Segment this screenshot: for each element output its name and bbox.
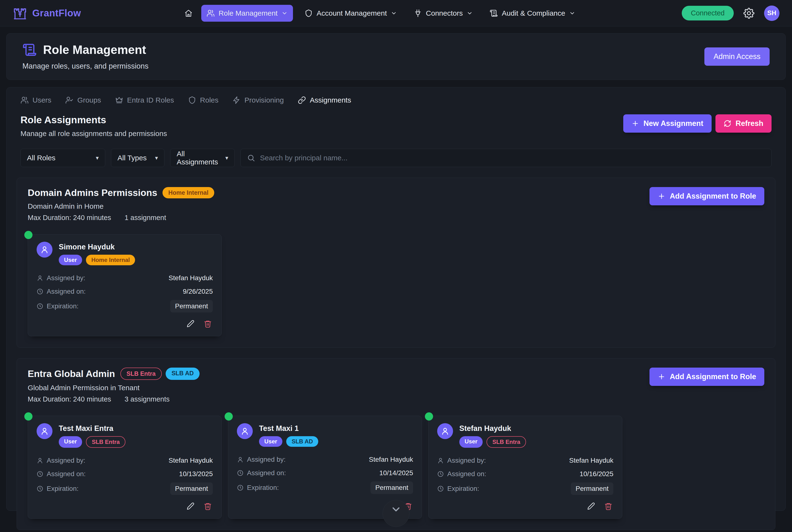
principal-badges: UserSLB AD — [259, 436, 318, 447]
assigned-by-label: Assigned by: — [47, 274, 85, 282]
lightning-icon — [233, 96, 241, 104]
tab-label: Roles — [200, 96, 218, 104]
chevron-down-icon — [466, 10, 473, 16]
assignment-cards: Simone Hayduk UserHome Internal Assigned… — [28, 234, 764, 336]
principal-avatar — [37, 242, 53, 258]
brand[interactable]: GrantFlow — [13, 6, 81, 21]
tab-roles[interactable]: Roles — [188, 96, 218, 104]
nav-label: Connectors — [426, 9, 463, 17]
user-icon — [441, 427, 449, 435]
principal-avatar — [37, 423, 53, 439]
scroll-down-button[interactable] — [383, 500, 409, 527]
nav-connectors[interactable]: Connectors — [408, 5, 478, 22]
nav-home-button[interactable] — [182, 5, 195, 22]
tab-users[interactable]: Users — [20, 96, 51, 104]
add-assignment-to-role-button[interactable]: Add Assignment to Role — [650, 367, 764, 386]
badge-slb-ad: SLB AD — [286, 436, 318, 447]
badge-slb-entra: SLB Entra — [486, 436, 526, 448]
button-label: New Assignment — [643, 119, 703, 128]
caret-down-icon: ▾ — [96, 155, 99, 161]
principal-name: Stefan Hayduk — [459, 423, 526, 433]
role-description: Domain Admin in Home — [28, 202, 214, 210]
add-assignment-to-role-button[interactable]: Add Assignment to Role — [650, 187, 764, 205]
search-input[interactable] — [260, 154, 765, 162]
nav-role-management[interactable]: Role Management — [201, 5, 293, 22]
refresh-button[interactable]: Refresh — [715, 114, 772, 133]
admin-access-badge[interactable]: Admin Access — [704, 48, 770, 66]
expiration-value: Permanent — [170, 482, 213, 495]
assigned-on-row: Assigned on: 9/26/2025 — [37, 286, 213, 297]
user-check-icon — [65, 96, 73, 104]
chevron-down-icon — [569, 10, 575, 16]
plus-icon — [658, 373, 665, 381]
selected-value: All Types — [117, 154, 147, 162]
edit-assignment-button[interactable] — [185, 501, 195, 511]
role-description: Global Admin Permission in Tenant — [28, 384, 199, 392]
role-sections: Domain Admins Permissions Home Internal … — [17, 178, 775, 530]
button-label: Add Assignment to Role — [670, 192, 756, 201]
role-assignment-count: 3 assignments — [125, 395, 170, 403]
clock-icon — [237, 470, 244, 476]
link-icon — [298, 96, 306, 104]
shield-icon — [188, 96, 196, 104]
button-label: Refresh — [736, 119, 764, 128]
tab-provisioning[interactable]: Provisioning — [233, 96, 284, 104]
tab-assignments[interactable]: Assignments — [298, 96, 351, 104]
plus-icon — [632, 120, 639, 127]
badge-slb-entra: SLB Entra — [120, 367, 162, 380]
button-label: Add Assignment to Role — [670, 373, 756, 381]
nav-audit-compliance[interactable]: Audit & Compliance — [484, 5, 580, 22]
tab-groups[interactable]: Groups — [65, 96, 101, 104]
role-max-duration: Max Duration: 240 minutes — [28, 395, 111, 403]
principal-name: Simone Hayduk — [59, 242, 135, 251]
user-icon — [237, 456, 244, 463]
assigned-by-row: Assigned by: Stefan Hayduk — [237, 455, 413, 464]
search-icon — [247, 154, 255, 162]
edit-assignment-button[interactable] — [185, 319, 195, 329]
active-status-dot — [24, 231, 33, 239]
assignment-card: Simone Hayduk UserHome Internal Assigned… — [28, 234, 222, 336]
user-avatar[interactable]: SH — [764, 5, 779, 21]
user-icon — [40, 427, 49, 435]
assigned-on-label: Assigned on: — [47, 470, 86, 478]
role-title: Entra Global Admin — [28, 368, 115, 379]
delete-assignment-button[interactable] — [203, 319, 213, 329]
selected-value: All Assignments — [177, 150, 225, 166]
user-icon — [40, 245, 49, 254]
tab-entra-id-roles[interactable]: Entra ID Roles — [115, 96, 174, 104]
assigned-by-label: Assigned by: — [47, 457, 85, 464]
delete-assignment-button[interactable] — [203, 501, 213, 511]
expiration-row: Expiration: Permanent — [37, 482, 213, 495]
tab-bar: Users Groups Entra ID Roles — [17, 95, 775, 104]
types-filter-select[interactable]: All Types ▾ — [111, 149, 165, 167]
edit-assignment-button[interactable] — [586, 501, 596, 511]
assigned-on-value: 10/14/2025 — [380, 469, 413, 477]
badge-user: User — [259, 436, 283, 447]
expiration-value: Permanent — [170, 300, 213, 312]
nav-account-management[interactable]: Account Management — [299, 5, 402, 22]
principal-avatar — [437, 423, 453, 439]
clock-icon — [37, 288, 43, 295]
delete-assignment-button[interactable] — [603, 501, 613, 511]
users-icon — [20, 96, 28, 104]
assigned-by-row: Assigned by: Stefan Hayduk — [437, 455, 613, 466]
assigned-on-label: Assigned on: — [447, 470, 486, 478]
assignments-filter-select[interactable]: All Assignments ▾ — [170, 149, 235, 167]
badge-user: User — [59, 255, 82, 265]
active-status-dot — [225, 412, 233, 421]
tab-label: Groups — [77, 96, 101, 104]
roles-filter-select[interactable]: All Roles ▾ — [20, 149, 105, 167]
brand-name: GrantFlow — [32, 8, 81, 19]
role-title: Domain Admins Permissions — [28, 188, 157, 198]
clock-icon — [37, 303, 43, 309]
principal-badges: UserSLB Entra — [59, 436, 125, 448]
assigned-by-value: Stefan Hayduk — [369, 456, 413, 463]
page-subtitle: Manage roles, users, and permissions — [22, 62, 149, 71]
assigned-on-value: 9/26/2025 — [183, 288, 213, 296]
assignments-subtitle: Manage all role assignments and permissi… — [20, 130, 167, 138]
settings-button[interactable] — [743, 8, 754, 19]
new-assignment-button[interactable]: New Assignment — [623, 114, 712, 133]
chevron-down-icon — [282, 10, 288, 16]
pencil-icon — [587, 502, 595, 510]
selected-value: All Roles — [27, 154, 55, 162]
